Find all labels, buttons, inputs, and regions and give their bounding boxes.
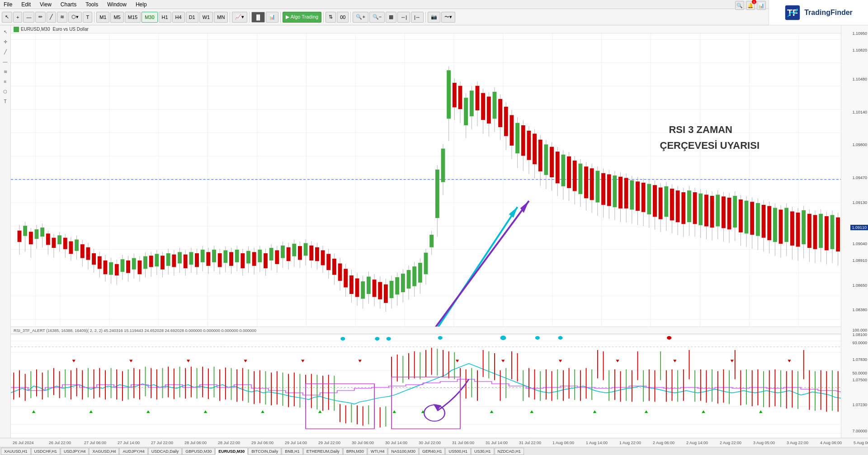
bar-chart[interactable]: ▐▌	[251, 12, 265, 23]
menu-edit[interactable]: Edit	[19, 0, 33, 9]
svg-text:▲: ▲	[489, 409, 495, 413]
svg-rect-46	[58, 236, 61, 244]
notification-badge: 1	[752, 0, 756, 4]
tab-us30[interactable]: US30,H1	[471, 448, 494, 455]
left-tool-channel[interactable]: ≋	[1, 67, 10, 76]
svg-rect-304	[796, 213, 800, 246]
svg-rect-290	[756, 204, 760, 236]
shapes-tool[interactable]: ⬡▾	[68, 12, 82, 23]
time-label-1: 26 Jul 22:00	[49, 441, 84, 445]
pencil-tool[interactable]: ✏	[35, 12, 46, 23]
left-tool-hline[interactable]: —	[1, 57, 10, 66]
time-label-9: 29 Jul 22:00	[318, 441, 352, 445]
svg-rect-58	[92, 254, 96, 265]
menu-charts[interactable]: Charts	[59, 0, 78, 9]
tab-brn[interactable]: BRN,M30	[343, 448, 367, 455]
tab-wti[interactable]: WTI,H4	[368, 448, 388, 455]
left-tool-cross[interactable]: ✛	[1, 37, 10, 46]
rsi-chart[interactable]: ▲ ▲ ▲ ▲ ▲ ▲ ▲ ▲ ▲ ▲ ▲ ▲ ▲ ▲ ▼ ▼ ▼ ▼ ▼	[11, 334, 841, 438]
menu-window[interactable]: Window	[105, 0, 128, 9]
menu-view[interactable]: View	[38, 0, 53, 9]
svg-rect-54	[80, 245, 84, 258]
left-tool-line[interactable]: ╱	[1, 47, 10, 56]
grid-btn[interactable]: ▦	[386, 12, 396, 23]
tick-btn[interactable]: 00	[337, 12, 349, 23]
crosshair-tool[interactable]: +	[13, 12, 22, 23]
period-sep-btn[interactable]: 〜▾	[441, 12, 455, 23]
svg-rect-84	[166, 254, 170, 265]
camera-btn[interactable]: 📷	[428, 12, 440, 23]
svg-rect-106	[230, 252, 233, 265]
tab-xagusd[interactable]: XAGUSD,H4	[89, 448, 119, 455]
svg-rect-272	[705, 195, 708, 226]
menu-tools[interactable]: Tools	[84, 0, 100, 9]
tab-nas100[interactable]: NAS100,M30	[388, 448, 419, 455]
tf-m1[interactable]: M1	[96, 12, 109, 23]
tf-m5[interactable]: M5	[110, 12, 123, 23]
channels-tool[interactable]: ≋	[57, 12, 67, 23]
left-tool-text[interactable]: T	[1, 97, 10, 106]
tf-d1[interactable]: D1	[186, 12, 198, 23]
algo-trading-btn[interactable]: ▶ Algo Trading	[283, 12, 321, 23]
text-tool[interactable]: T	[83, 12, 92, 23]
rsi-level-7: 7.00000	[852, 429, 867, 433]
tab-bitcoin[interactable]: BITCOIN,Daily	[248, 448, 281, 455]
svg-rect-140	[327, 254, 330, 270]
svg-rect-280	[727, 198, 731, 229]
zoom-out-btn[interactable]: 🔍−	[369, 12, 385, 23]
tab-nzdcad[interactable]: NZDCAD,H1	[495, 448, 524, 455]
tf-w1[interactable]: W1	[199, 12, 213, 23]
sort-btn[interactable]: ⇅	[326, 12, 336, 23]
tf-h1[interactable]: H1	[159, 12, 171, 23]
left-tool-arrow[interactable]: ↖	[1, 27, 10, 36]
svg-rect-278	[722, 197, 726, 228]
indicators-btn[interactable]: 📊	[266, 12, 278, 23]
tf-m15[interactable]: M15	[125, 12, 141, 23]
price-label-12: 1.08100	[852, 332, 867, 337]
chart-shift[interactable]: |↔	[411, 12, 424, 23]
price-chart[interactable]: RSI 3 ZAMAN ÇERÇEVESİ UYARISI	[11, 33, 841, 327]
tab-xauusd[interactable]: XAUUSD,H1	[1, 448, 31, 455]
svg-rect-92	[189, 252, 193, 264]
tab-usdchf[interactable]: USDCHF,H1	[31, 448, 61, 455]
zoom-in-btn[interactable]: 🔍+	[353, 12, 368, 23]
tab-usdcad[interactable]: USDCAD,Daily	[148, 448, 182, 455]
price-label-13: 1.07830	[852, 357, 867, 362]
time-label-14: 31 Jul 14:00	[486, 441, 519, 445]
svg-rect-318	[836, 218, 840, 251]
tab-us500[interactable]: US500,H1	[445, 448, 471, 455]
auto-scroll[interactable]: ↔|	[397, 12, 410, 23]
tab-ethereum[interactable]: ETHEREUM,Daily	[303, 448, 343, 455]
left-tool-shapes[interactable]: ⬡	[1, 87, 10, 96]
notification-icon-btn[interactable]: 🔔 1	[746, 1, 755, 10]
menu-file[interactable]: File	[2, 0, 14, 9]
cursor-tool[interactable]: ↖	[2, 12, 12, 23]
tf-mn[interactable]: MN	[214, 12, 228, 23]
tab-eurusd[interactable]: EURUSD,M30	[215, 448, 248, 455]
menu-help[interactable]: Help	[134, 0, 149, 9]
price-label-2: 1.10820	[852, 48, 867, 52]
svg-rect-114	[252, 252, 256, 265]
svg-text:▼: ▼	[557, 358, 563, 363]
tf-h4[interactable]: H4	[172, 12, 185, 23]
time-label-10: 30 Jul 06:00	[352, 441, 385, 445]
rsi-info-bar: RSI_3TF_ALERT (16385, 16388, 16409)( 2, …	[11, 327, 841, 334]
tf-m30[interactable]: M30	[142, 12, 157, 23]
chart-type-dropdown[interactable]: 📈▾	[232, 12, 247, 23]
tab-usdjpy[interactable]: USDJPY,H4	[61, 448, 89, 455]
svg-rect-156	[373, 280, 376, 297]
line-tool[interactable]: —	[23, 12, 34, 23]
svg-rect-52	[75, 240, 79, 251]
tab-audjpy[interactable]: AUDJPY,H4	[119, 448, 147, 455]
tab-ger40[interactable]: GER40,H1	[419, 448, 445, 455]
left-tool-fib[interactable]: ≡	[1, 77, 10, 86]
time-label-18: 1 Aug 22:00	[619, 441, 653, 445]
trendline-tool[interactable]: ╱	[47, 12, 56, 23]
bar-chart-icon-btn[interactable]: 📊	[757, 1, 766, 10]
svg-rect-160	[384, 284, 388, 303]
tab-bnb[interactable]: BNB,H1	[282, 448, 303, 455]
tab-gbpusd[interactable]: GBPUSD,M30	[182, 448, 215, 455]
search-icon-btn[interactable]: 🔍	[735, 1, 744, 10]
svg-rect-218	[550, 147, 554, 177]
svg-rect-198	[493, 92, 496, 118]
